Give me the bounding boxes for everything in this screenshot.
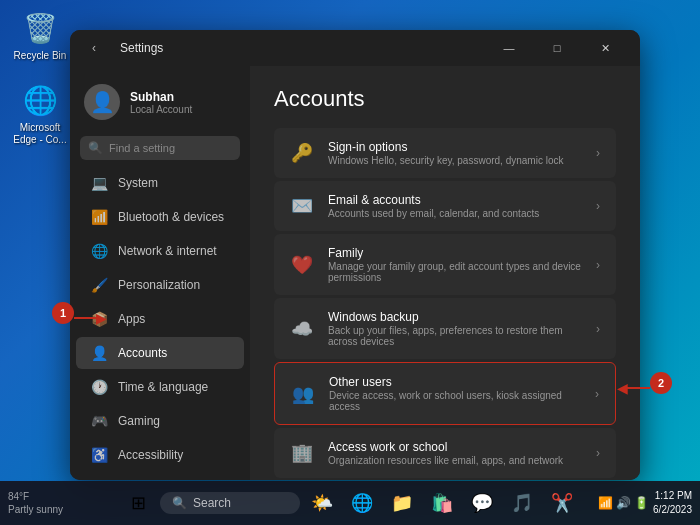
- email-title: Email & accounts: [328, 193, 539, 207]
- family-title: Family: [328, 246, 582, 260]
- settings-item-email[interactable]: ✉️ Email & accounts Accounts used by ema…: [274, 181, 616, 231]
- user-profile[interactable]: 👤 Subhan Local Account: [70, 74, 250, 130]
- back-button[interactable]: ‹: [82, 36, 106, 60]
- sound-icon[interactable]: 🔊: [616, 496, 631, 510]
- sidebar-label-bluetooth: Bluetooth & devices: [118, 210, 224, 224]
- accessibility-icon: ♿: [90, 447, 108, 463]
- backup-chevron: ›: [596, 322, 600, 336]
- backup-text: Windows backup Back up your files, apps,…: [328, 310, 582, 347]
- taskbar-snip[interactable]: ✂️: [544, 485, 580, 521]
- taskbar-widgets[interactable]: 🌤️: [304, 485, 340, 521]
- signin-text: Sign-in options Windows Hello, security …: [328, 140, 563, 166]
- annotation-2: 2: [650, 372, 672, 394]
- sidebar-label-personalization: Personalization: [118, 278, 200, 292]
- network-tray-icon[interactable]: 📶: [598, 496, 613, 510]
- signin-desc: Windows Hello, security key, password, d…: [328, 155, 563, 166]
- search-input[interactable]: [109, 142, 232, 154]
- family-desc: Manage your family group, edit account t…: [328, 261, 582, 283]
- sidebar-item-accessibility[interactable]: ♿ Accessibility: [76, 439, 244, 471]
- taskbar-center: ⊞ 🔍 Search 🌤️ 🌐 📁 🛍️ 💬 🎵 ✂️: [120, 485, 580, 521]
- window-controls: — □ ✕: [486, 33, 628, 63]
- work-school-text: Access work or school Organization resou…: [328, 440, 563, 466]
- taskbar-spotify[interactable]: 🎵: [504, 485, 540, 521]
- sidebar-item-system[interactable]: 💻 System: [76, 167, 244, 199]
- search-icon: 🔍: [88, 141, 103, 155]
- backup-title: Windows backup: [328, 310, 582, 324]
- annotation-1: 1: [52, 302, 74, 324]
- taskbar-search[interactable]: 🔍 Search: [160, 492, 300, 514]
- other-users-text: Other users Device access, work or schoo…: [329, 375, 581, 412]
- gaming-icon: 🎮: [90, 413, 108, 429]
- title-bar: ‹ Settings — □ ✕: [70, 30, 640, 66]
- email-chevron: ›: [596, 199, 600, 213]
- taskbar-mail[interactable]: 💬: [464, 485, 500, 521]
- backup-icon: ☁️: [290, 318, 314, 340]
- sidebar-label-network: Network & internet: [118, 244, 217, 258]
- bluetooth-icon: 📶: [90, 209, 108, 225]
- avatar: 👤: [84, 84, 120, 120]
- work-school-desc: Organization resources like email, apps,…: [328, 455, 563, 466]
- other-users-title: Other users: [329, 375, 581, 389]
- system-icon: 💻: [90, 175, 108, 191]
- edge-icon[interactable]: 🌐 Microsoft Edge - Co...: [8, 80, 72, 146]
- settings-search[interactable]: 🔍: [80, 136, 240, 160]
- taskbar-edge[interactable]: 🌐: [344, 485, 380, 521]
- accounts-icon: 👤: [90, 345, 108, 361]
- sidebar-item-gaming[interactable]: 🎮 Gaming: [76, 405, 244, 437]
- email-desc: Accounts used by email, calendar, and co…: [328, 208, 539, 219]
- sidebar: 👤 Subhan Local Account 🔍 💻 System: [70, 66, 250, 480]
- other-users-icon: 👥: [291, 383, 315, 405]
- work-school-chevron: ›: [596, 446, 600, 460]
- sidebar-label-gaming: Gaming: [118, 414, 160, 428]
- maximize-button[interactable]: □: [534, 33, 580, 63]
- taskbar-search-label: Search: [193, 496, 231, 510]
- sidebar-item-personalization[interactable]: 🖌️ Personalization: [76, 269, 244, 301]
- taskbar-files[interactable]: 📁: [384, 485, 420, 521]
- settings-content: 👤 Subhan Local Account 🔍 💻 System: [70, 66, 640, 480]
- sidebar-label-accessibility: Accessibility: [118, 448, 183, 462]
- taskbar: 84°F Partly sunny ⊞ 🔍 Search 🌤️ 🌐 📁 🛍️ 💬…: [0, 481, 700, 525]
- window-title: Settings: [120, 41, 163, 55]
- arrow-1: ▶: [74, 310, 107, 326]
- family-icon: ❤️: [290, 254, 314, 276]
- settings-item-work-school[interactable]: 🏢 Access work or school Organization res…: [274, 428, 616, 478]
- sidebar-label-apps: Apps: [118, 312, 145, 326]
- weather-temp: 84°F: [8, 490, 63, 503]
- start-button[interactable]: ⊞: [120, 485, 156, 521]
- email-text: Email & accounts Accounts used by email,…: [328, 193, 539, 219]
- work-school-icon: 🏢: [290, 442, 314, 464]
- edge-label: Microsoft Edge - Co...: [8, 122, 72, 146]
- sidebar-item-network[interactable]: 🌐 Network & internet: [76, 235, 244, 267]
- settings-item-backup[interactable]: ☁️ Windows backup Back up your files, ap…: [274, 298, 616, 359]
- taskbar-store[interactable]: 🛍️: [424, 485, 460, 521]
- other-users-chevron: ›: [595, 387, 599, 401]
- signin-title: Sign-in options: [328, 140, 563, 154]
- sidebar-label-time: Time & language: [118, 380, 208, 394]
- work-school-title: Access work or school: [328, 440, 563, 454]
- sidebar-item-bluetooth[interactable]: 📶 Bluetooth & devices: [76, 201, 244, 233]
- nav-controls: ‹ Settings: [82, 36, 163, 60]
- settings-item-family[interactable]: ❤️ Family Manage your family group, edit…: [274, 234, 616, 295]
- email-icon: ✉️: [290, 195, 314, 217]
- clock-date: 6/2/2023: [653, 503, 692, 517]
- weather-desc: Partly sunny: [8, 503, 63, 516]
- sidebar-label-system: System: [118, 176, 158, 190]
- clock-time: 1:12 PM: [653, 489, 692, 503]
- settings-item-other-users[interactable]: 👥 Other users Device access, work or sch…: [274, 362, 616, 425]
- sidebar-item-accounts[interactable]: 👤 Accounts: [76, 337, 244, 369]
- account-type: Local Account: [130, 104, 192, 115]
- user-info: Subhan Local Account: [130, 90, 192, 115]
- signin-icon: 🔑: [290, 142, 314, 164]
- personalization-icon: 🖌️: [90, 277, 108, 293]
- sidebar-item-time[interactable]: 🕐 Time & language: [76, 371, 244, 403]
- time-display[interactable]: 1:12 PM 6/2/2023: [653, 489, 692, 517]
- sidebar-item-privacy[interactable]: 🔒 Privacy & security: [76, 473, 244, 480]
- user-name: Subhan: [130, 90, 192, 104]
- family-chevron: ›: [596, 258, 600, 272]
- settings-item-signin[interactable]: 🔑 Sign-in options Windows Hello, securit…: [274, 128, 616, 178]
- family-text: Family Manage your family group, edit ac…: [328, 246, 582, 283]
- minimize-button[interactable]: —: [486, 33, 532, 63]
- close-button[interactable]: ✕: [582, 33, 628, 63]
- recycle-bin-icon[interactable]: 🗑️ Recycle Bin: [8, 8, 72, 62]
- battery-icon[interactable]: 🔋: [634, 496, 649, 510]
